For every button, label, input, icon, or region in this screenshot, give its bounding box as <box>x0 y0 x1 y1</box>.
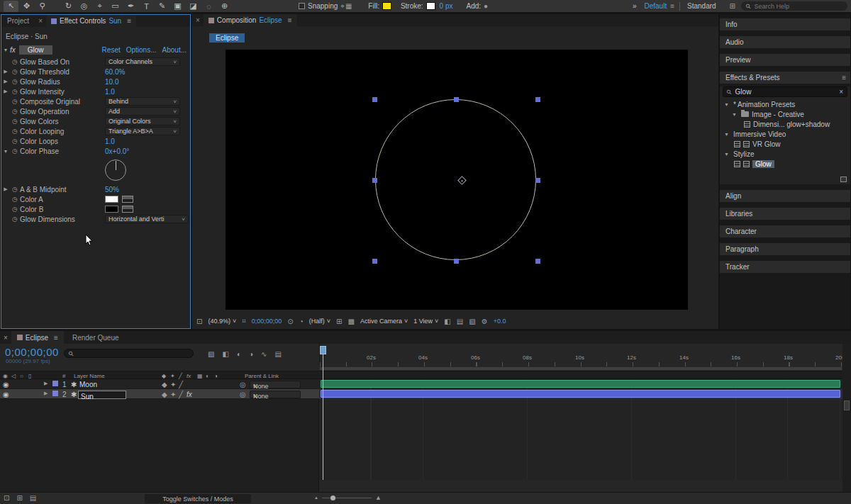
zoom-out-mountain-icon[interactable]: ▲ <box>314 495 318 500</box>
resolution-dropdown[interactable]: (Half)˅ <box>309 318 330 325</box>
snapshot-camera-icon[interactable]: ⊙ <box>287 318 293 325</box>
twirl-right-icon[interactable]: ▶ <box>1 89 10 94</box>
effects-switch-icon[interactable]: ✦ <box>170 391 176 398</box>
gear-icon[interactable]: ⚙ <box>482 318 488 325</box>
column-number[interactable]: # <box>62 373 65 379</box>
ellipse-shape-outline[interactable] <box>375 99 536 260</box>
view-layout-dropdown[interactable]: 1 View˅ <box>413 318 438 325</box>
panel-preview[interactable]: Preview <box>720 54 850 66</box>
safe-zones-icon[interactable]: ⌗ <box>242 317 246 325</box>
panel-paragraph[interactable]: Paragraph <box>720 243 850 255</box>
glow-radius-value[interactable]: 10.0 <box>105 78 118 86</box>
zoom-slider-track[interactable] <box>322 498 372 498</box>
tree-item-glow[interactable]: Glow <box>720 159 850 169</box>
camera-tool-icon[interactable]: ◎ <box>77 1 91 12</box>
stroke-swatch[interactable] <box>426 2 435 10</box>
help-search[interactable]: ⚲ <box>741 1 847 11</box>
layer-color-chip[interactable] <box>52 381 58 386</box>
glow-dimensions-dropdown[interactable]: Horizontal and Verti˅ <box>105 215 189 223</box>
stopwatch-icon[interactable]: ◷ <box>10 118 20 125</box>
shape-tool-icon[interactable]: ▭ <box>108 1 123 12</box>
region-of-interest-icon[interactable]: ⊞ <box>336 318 342 325</box>
workspace-default-tab[interactable]: Default <box>644 2 667 10</box>
layer-name[interactable]: Moon <box>79 381 97 388</box>
color-a-swatch[interactable] <box>105 196 118 203</box>
roto-brush-tool-icon[interactable]: ◌ <box>201 1 216 12</box>
time-ruler[interactable]: 02s 04s 06s 08s 10s 12s 14s 16s 18s 20s <box>319 344 842 366</box>
glow-threshold-value[interactable]: 60.0% <box>105 68 125 76</box>
playhead-handle[interactable] <box>320 346 326 354</box>
stopwatch-icon[interactable]: ◷ <box>10 128 20 135</box>
graph-editor-icon[interactable]: ▤ <box>274 350 281 358</box>
type-tool-icon[interactable]: T <box>139 1 154 12</box>
selection-handle[interactable] <box>454 259 459 264</box>
eye-visibility-icon[interactable]: ◉ <box>3 391 9 398</box>
color-looping-dropdown[interactable]: Triangle A>B>A˅ <box>105 127 180 135</box>
mini-flowchart-icon[interactable]: ▧ <box>469 318 475 325</box>
ab-midpoint-value[interactable]: 50% <box>105 186 119 194</box>
layer-bar-sun[interactable] <box>321 390 840 398</box>
color-picker-icon[interactable] <box>122 206 133 213</box>
frame-blending-icon[interactable]: ◑ <box>249 350 253 358</box>
panel-menu-icon[interactable]: ≡ <box>54 334 58 342</box>
layer-bar-moon[interactable] <box>321 380 840 388</box>
motion-blur-icon[interactable]: ∿ <box>261 350 267 358</box>
close-panel-icon[interactable]: × <box>0 334 11 342</box>
selection-handle[interactable] <box>372 259 377 264</box>
twirl-down-icon[interactable]: ▼ <box>724 152 730 157</box>
current-time-display[interactable]: 0;00;00;00 <box>5 346 59 358</box>
pen-tool-icon[interactable]: ✒ <box>123 1 138 12</box>
clone-stamp-tool-icon[interactable]: ▣ <box>170 1 185 12</box>
options-link[interactable]: Options... <box>126 46 157 54</box>
selection-handle[interactable] <box>372 97 377 102</box>
channels-icon[interactable]: ◔ <box>299 318 304 325</box>
scrollbar-handle[interactable] <box>844 401 850 410</box>
magnification-dropdown[interactable]: (40.9%)˅ <box>208 318 236 325</box>
panel-menu-icon[interactable]: ≡ <box>127 17 131 25</box>
snap-grid-icon[interactable]: ▦ <box>345 2 352 10</box>
monitor-icon[interactable]: ⊡ <box>196 318 202 325</box>
tree-item-dimensional-glow-shadow[interactable]: Dimensi... glow+shadow <box>720 119 850 129</box>
close-panel-icon[interactable]: × <box>35 17 46 25</box>
workspace-manager-icon[interactable]: ⊞ <box>730 2 735 10</box>
effects-switch-icon[interactable]: ✦ <box>170 381 176 388</box>
glow-colors-dropdown[interactable]: Original Colors˅ <box>105 117 180 125</box>
color-phase-dial[interactable] <box>105 159 126 181</box>
tree-item-animation-presets[interactable]: ▼ * Animation Presets <box>720 99 850 109</box>
rotate-tool-icon[interactable]: ↻ <box>61 1 76 12</box>
tree-item-vr-glow[interactable]: VR Glow <box>720 139 850 149</box>
frame-blend-switch-icon[interactable]: ╱ <box>179 391 183 398</box>
selection-handle[interactable] <box>535 259 540 264</box>
panel-align[interactable]: Align <box>720 190 850 202</box>
view-dropdown[interactable]: Active Camera˅ <box>360 318 408 325</box>
stopwatch-icon[interactable]: ◷ <box>10 98 20 105</box>
close-panel-icon[interactable]: × <box>192 16 204 24</box>
quality-switch-icon[interactable]: ◆ <box>162 381 167 388</box>
tree-item-immersive-video[interactable]: ▼ Immersive Video <box>720 129 850 139</box>
twirl-down-icon[interactable]: ▼ <box>732 112 738 117</box>
new-preset-icon[interactable] <box>840 177 847 182</box>
timeline-search-field[interactable]: ⚲ <box>64 349 194 358</box>
tab-render-queue[interactable]: Render Queue <box>72 334 119 342</box>
color-phase-value[interactable]: 0x+0.0° <box>105 147 129 155</box>
fast-previews-icon[interactable]: ▤ <box>457 318 463 325</box>
panel-effects-presets[interactable]: Effects & Presets ≡ <box>720 72 850 84</box>
stopwatch-icon[interactable]: ◷ <box>10 88 20 95</box>
brush-tool-icon[interactable]: ✎ <box>155 1 169 12</box>
layer-row-sun[interactable]: ◉ ▶ 2 ✱ Sun ◆ ✦ ╱ fx ◎ None˅ <box>0 389 319 399</box>
selection-handle[interactable] <box>372 178 377 183</box>
track-area[interactable] <box>319 379 842 480</box>
stopwatch-icon[interactable]: ◷ <box>10 138 20 145</box>
e je-visibility-icon[interactable]: ◉ <box>3 381 9 388</box>
layer-name-editbox[interactable]: Sun <box>78 391 126 399</box>
tab-project[interactable]: Project <box>1 17 35 25</box>
stopwatch-icon[interactable]: ◷ <box>10 196 20 203</box>
eraser-tool-icon[interactable]: ◪ <box>186 1 201 12</box>
panel-tracker[interactable]: Tracker <box>720 261 850 273</box>
tree-item-stylize[interactable]: ▼ Stylize <box>720 149 850 159</box>
stopwatch-icon[interactable]: ◷ <box>10 78 20 85</box>
zoom-tool-icon[interactable]: ⚲ <box>35 1 50 12</box>
glow-intensity-value[interactable]: 1.0 <box>105 88 115 96</box>
layer-row-moon[interactable]: ◉ ▶ 1 ✱ Moon ◆ ✦ ╱ ◎ None˅ <box>0 379 319 389</box>
workspace-standard-tab[interactable]: Standard <box>687 2 716 10</box>
